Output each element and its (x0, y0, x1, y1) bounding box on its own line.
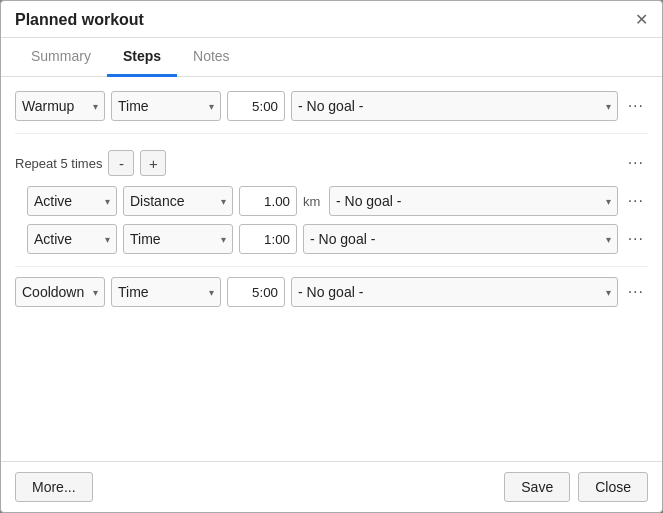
active1-goal-label: - No goal - (336, 193, 401, 209)
active2-type-chevron-icon: ▾ (105, 234, 110, 245)
warmup-value-input[interactable] (227, 91, 285, 121)
active1-value-input[interactable] (239, 186, 297, 216)
dialog-body: Warmup ▾ Time ▾ - No goal - ▾ ··· Repeat… (1, 77, 662, 461)
cooldown-value-input[interactable] (227, 277, 285, 307)
tab-notes[interactable]: Notes (177, 38, 246, 77)
active2-metric-chevron-icon: ▾ (221, 234, 226, 245)
warmup-metric-select[interactable]: Time ▾ (111, 91, 221, 121)
active1-type-label: Active (34, 193, 72, 209)
repeat-plus-button[interactable]: + (140, 150, 166, 176)
cooldown-type-label: Cooldown (22, 284, 84, 300)
warmup-type-label: Warmup (22, 98, 74, 114)
tab-bar: Summary Steps Notes (1, 38, 662, 77)
active1-metric-label: Distance (130, 193, 184, 209)
active2-goal-select[interactable]: - No goal - ▾ (303, 224, 618, 254)
warmup-type-select[interactable]: Warmup ▾ (15, 91, 105, 121)
divider-1 (15, 133, 648, 134)
active1-metric-select[interactable]: Distance ▾ (123, 186, 233, 216)
active2-value-input[interactable] (239, 224, 297, 254)
warmup-metric-label: Time (118, 98, 149, 114)
cooldown-metric-chevron-icon: ▾ (209, 287, 214, 298)
active1-goal-select[interactable]: - No goal - ▾ (329, 186, 618, 216)
active2-type-select[interactable]: Active ▾ (27, 224, 117, 254)
cooldown-type-select[interactable]: Cooldown ▾ (15, 277, 105, 307)
active2-row: Active ▾ Time ▾ - No goal - ▾ ··· (15, 224, 648, 254)
warmup-metric-chevron-icon: ▾ (209, 101, 214, 112)
active1-more-button[interactable]: ··· (624, 190, 648, 212)
cooldown-goal-chevron-icon: ▾ (606, 287, 611, 298)
active1-metric-chevron-icon: ▾ (221, 196, 226, 207)
cooldown-metric-label: Time (118, 284, 149, 300)
dialog-footer: More... Save Close (1, 461, 662, 512)
warmup-goal-select[interactable]: - No goal - ▾ (291, 91, 618, 121)
active2-goal-label: - No goal - (310, 231, 375, 247)
active2-goal-chevron-icon: ▾ (606, 234, 611, 245)
warmup-goal-chevron-icon: ▾ (606, 101, 611, 112)
active2-metric-select[interactable]: Time ▾ (123, 224, 233, 254)
dialog-title: Planned workout (15, 11, 144, 29)
cooldown-goal-select[interactable]: - No goal - ▾ (291, 277, 618, 307)
cooldown-type-chevron-icon: ▾ (93, 287, 98, 298)
active1-type-chevron-icon: ▾ (105, 196, 110, 207)
repeat-row: Repeat 5 times - + ··· (15, 144, 648, 178)
cooldown-metric-select[interactable]: Time ▾ (111, 277, 221, 307)
repeat-more-button[interactable]: ··· (624, 152, 648, 174)
active1-row: Active ▾ Distance ▾ km - No goal - ▾ ··· (15, 186, 648, 216)
active1-goal-chevron-icon: ▾ (606, 196, 611, 207)
cooldown-goal-label: - No goal - (298, 284, 363, 300)
active2-type-label: Active (34, 231, 72, 247)
cooldown-more-button[interactable]: ··· (624, 281, 648, 303)
repeat-minus-button[interactable]: - (108, 150, 134, 176)
tab-summary[interactable]: Summary (15, 38, 107, 77)
repeat-label: Repeat 5 times (15, 156, 102, 171)
warmup-row: Warmup ▾ Time ▾ - No goal - ▾ ··· (15, 91, 648, 121)
close-button[interactable]: Close (578, 472, 648, 502)
divider-2 (15, 266, 648, 267)
tab-steps[interactable]: Steps (107, 38, 177, 77)
active2-metric-label: Time (130, 231, 161, 247)
warmup-more-button[interactable]: ··· (624, 95, 648, 117)
cooldown-row: Cooldown ▾ Time ▾ - No goal - ▾ ··· (15, 277, 648, 307)
save-button[interactable]: Save (504, 472, 570, 502)
planned-workout-dialog: Planned workout ✕ Summary Steps Notes Wa… (0, 0, 663, 513)
active1-type-select[interactable]: Active ▾ (27, 186, 117, 216)
footer-right-buttons: Save Close (504, 472, 648, 502)
dialog-close-x-button[interactable]: ✕ (635, 12, 648, 28)
warmup-type-chevron-icon: ▾ (93, 101, 98, 112)
more-button[interactable]: More... (15, 472, 93, 502)
dialog-header: Planned workout ✕ (1, 1, 662, 38)
active1-unit-label: km (303, 194, 323, 209)
warmup-goal-label: - No goal - (298, 98, 363, 114)
active2-more-button[interactable]: ··· (624, 228, 648, 250)
